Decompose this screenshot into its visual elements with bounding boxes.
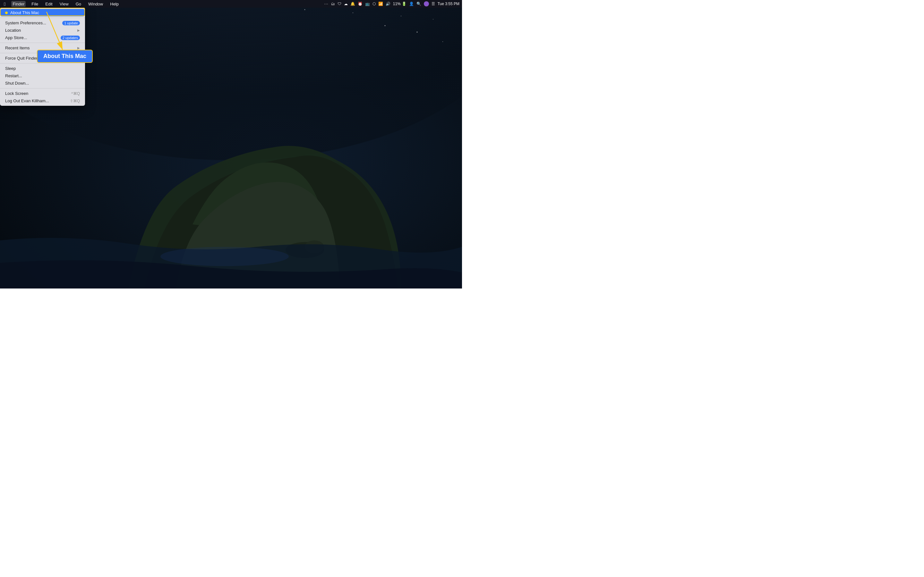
window-menu[interactable]: Window xyxy=(87,1,104,7)
dots-icon: ··· xyxy=(325,2,328,6)
system-prefs-badge: 1 update xyxy=(62,21,80,25)
clock: Tue 3:55 PM xyxy=(438,2,459,6)
airplay-icon: 📺 xyxy=(365,2,370,6)
divider-2 xyxy=(0,43,85,43)
apple-menu-button[interactable]:  xyxy=(3,1,7,7)
time-machine-icon: ⏰ xyxy=(358,2,363,6)
battery-percent: 11% xyxy=(393,2,401,6)
app-store-badge: 2 updates xyxy=(61,35,80,40)
finder-menu[interactable]: Finder xyxy=(11,1,26,7)
antivirus-icon: 🛡 xyxy=(338,2,341,6)
view-menu[interactable]: View xyxy=(58,1,70,7)
volume-icon: 🔊 xyxy=(386,2,391,6)
menubar-right: ··· 🗂 🛡 ☁ 🔔 ⏰ 📺 ⬡ 📶 🔊 11% 🔋 👤 🔍 ☰ Tue 3:… xyxy=(325,1,459,6)
dropbox-icon: 🗂 xyxy=(331,2,335,6)
menu-item-restart[interactable]: Restart... xyxy=(1,72,84,79)
lock-screen-label: Lock Screen xyxy=(5,91,28,96)
search-icon[interactable]: 🔍 xyxy=(417,2,421,6)
menu-item-location[interactable]: Location ▶ xyxy=(1,27,84,34)
divider-1 xyxy=(0,18,85,18)
force-quit-label: Force Quit Finder xyxy=(5,56,37,61)
menu-item-system-prefs[interactable]: System Preferences... 1 update xyxy=(1,19,84,27)
force-quit-shortcut: ⌥⌘⎋ xyxy=(69,56,80,61)
menu-item-lock-screen[interactable]: Lock Screen ^⌘Q xyxy=(1,90,84,97)
avatar-icon xyxy=(424,1,429,6)
recent-submenu-arrow: ▶ xyxy=(78,46,80,50)
battery-container: 11% 🔋 xyxy=(393,2,407,6)
battery-icon: 🔋 xyxy=(402,2,407,6)
wifi-icon: 📶 xyxy=(378,2,383,6)
menu-item-sleep[interactable]: Sleep xyxy=(1,65,84,72)
lock-screen-shortcut: ^⌘Q xyxy=(71,91,80,96)
go-menu[interactable]: Go xyxy=(74,1,82,7)
menu-item-shutdown[interactable]: Shut Down... xyxy=(1,79,84,87)
logout-label: Log Out Evan Killham... xyxy=(5,98,49,103)
apple-menu-dropdown: About This Mac System Preferences... 1 u… xyxy=(0,8,85,106)
system-prefs-label: System Preferences... xyxy=(5,21,46,25)
menubar-left:  Finder File Edit View Go Window Help xyxy=(3,1,120,7)
cloud-icon: ☁ xyxy=(344,2,348,6)
about-label: About This Mac xyxy=(10,10,39,15)
notification-icon: 🔔 xyxy=(351,2,355,6)
restart-label: Restart... xyxy=(5,73,22,78)
divider-4 xyxy=(0,63,85,63)
menu-item-about-left: About This Mac xyxy=(5,10,39,15)
menu-item-about[interactable]: About This Mac xyxy=(1,9,84,16)
user-icon: 👤 xyxy=(409,2,414,6)
edit-menu[interactable]: Edit xyxy=(44,1,53,7)
menu-item-recent[interactable]: Recent Items ▶ xyxy=(1,44,84,52)
sleep-label: Sleep xyxy=(5,66,16,71)
app-store-label: App Store... xyxy=(5,35,27,40)
about-dot xyxy=(5,11,8,14)
location-submenu-arrow: ▶ xyxy=(78,29,80,32)
bluetooth-icon: ⬡ xyxy=(373,2,376,6)
recent-label: Recent Items xyxy=(5,45,30,50)
menubar:  Finder File Edit View Go Window Help ·… xyxy=(0,0,462,8)
divider-5 xyxy=(0,88,85,89)
menu-item-force-quit[interactable]: Force Quit Finder ⌥⌘⎋ xyxy=(1,55,84,62)
help-menu[interactable]: Help xyxy=(109,1,120,7)
desktop:  Finder File Edit View Go Window Help ·… xyxy=(0,0,462,288)
list-icon: ☰ xyxy=(431,2,435,6)
shutdown-label: Shut Down... xyxy=(5,81,29,85)
menu-item-logout[interactable]: Log Out Evan Killham... ⇧⌘Q xyxy=(1,97,84,105)
menu-item-app-store[interactable]: App Store... 2 updates xyxy=(1,34,84,41)
file-menu[interactable]: File xyxy=(30,1,39,7)
location-label: Location xyxy=(5,28,21,33)
logout-shortcut: ⇧⌘Q xyxy=(70,99,80,103)
